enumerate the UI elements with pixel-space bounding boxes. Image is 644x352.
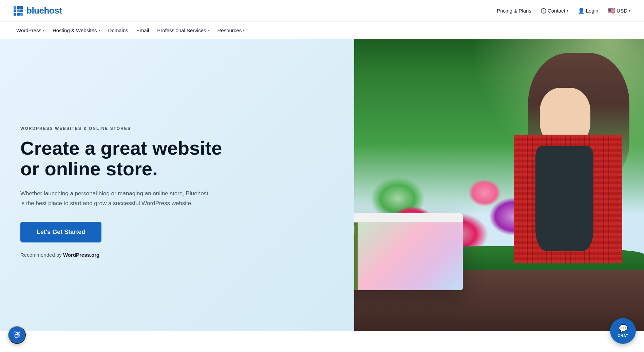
browser-main-content	[358, 222, 463, 290]
flora-nav-home: Home	[354, 241, 355, 244]
contact-link[interactable]: ○ Contact ▾	[541, 8, 568, 14]
contact-icon: ○	[541, 8, 546, 14]
top-nav: bluehost Pricing & Plans ○ Contact ▾ 👤 L…	[0, 0, 644, 22]
login-link[interactable]: 👤 Login	[578, 7, 599, 14]
nav-domains[interactable]: Domains	[106, 26, 131, 35]
flag-icon: 🇺🇸	[608, 7, 615, 15]
hero-eyebrow: WORDPRESS WEBSITES & ONLINE STORES	[20, 126, 341, 131]
nav-hosting-label: Hosting & Websites	[53, 27, 97, 33]
recommended-prefix: Recommended by	[20, 252, 63, 258]
pricing-plans-link[interactable]: Pricing & Plans	[497, 8, 531, 14]
nav-professional-services-label: Professional Services	[157, 27, 206, 33]
nav-resources[interactable]: Resources ▾	[214, 26, 247, 35]
flora-nav-contact: Contact	[354, 259, 355, 262]
browser-sidebar: Flora Home Products About Contact	[354, 222, 358, 290]
hero-section: WORDPRESS WEBSITES & ONLINE STORES Creat…	[0, 39, 644, 331]
professional-services-chevron-icon: ▾	[207, 28, 209, 32]
currency-label: USD	[617, 8, 627, 14]
apron	[535, 146, 593, 251]
hero-title: Create a great website or online store.	[20, 138, 238, 179]
flora-logo: Flora	[354, 227, 355, 234]
hosting-chevron-icon: ▾	[98, 28, 100, 32]
nav-resources-label: Resources	[217, 27, 242, 33]
nav-wordpress[interactable]: WordPress ▾	[14, 26, 47, 35]
resources-chevron-icon: ▾	[243, 28, 245, 32]
nav-domains-label: Domains	[108, 27, 128, 33]
wordpress-chevron-icon: ▾	[43, 28, 44, 32]
nav-professional-services[interactable]: Professional Services ▾	[154, 26, 212, 35]
person-area	[499, 53, 644, 286]
hero-left: WORDPRESS WEBSITES & ONLINE STORES Creat…	[0, 39, 354, 331]
browser-content: Flora Home Products About Contact	[354, 222, 463, 290]
cta-button[interactable]: Let's Get Started	[20, 222, 101, 242]
contact-label: Contact	[548, 8, 565, 14]
brand-name: bluehost	[26, 5, 62, 16]
chat-icon: 💬	[619, 324, 628, 331]
nav-hosting[interactable]: Hosting & Websites ▾	[50, 26, 103, 35]
contact-chevron-icon: ▾	[567, 9, 568, 13]
hero-right-inner: Flora Home Products About Contact	[354, 39, 644, 331]
currency-link[interactable]: 🇺🇸 USD ▾	[608, 7, 630, 15]
nav-email-label: Email	[136, 27, 149, 33]
pricing-plans-label: Pricing & Plans	[497, 8, 531, 14]
top-nav-right: Pricing & Plans ○ Contact ▾ 👤 Login 🇺🇸 U…	[497, 7, 630, 15]
accessibility-icon: ♿	[13, 331, 22, 331]
logo-area[interactable]: bluehost	[14, 5, 62, 16]
main-nav: WordPress ▾ Hosting & Websites ▾ Domains…	[0, 22, 644, 39]
recommended-text: Recommended by WordPress.org	[20, 252, 341, 258]
browser-bar	[354, 213, 463, 222]
nav-email[interactable]: Email	[134, 26, 152, 35]
nav-wordpress-label: WordPress	[16, 27, 41, 33]
person-icon: 👤	[578, 7, 585, 14]
login-label: Login	[586, 8, 599, 14]
flora-nav-products: Products	[354, 247, 355, 250]
hero-right: Flora Home Products About Contact	[354, 39, 644, 331]
hero-description: Whether launching a personal blog or man…	[20, 189, 210, 209]
browser-mockup: Flora Home Products About Contact	[354, 213, 463, 290]
wordpress-org-label: WordPress.org	[63, 252, 99, 258]
logo-grid-icon	[14, 6, 23, 16]
currency-chevron-icon: ▾	[629, 9, 630, 13]
flora-nav-about: About	[354, 253, 355, 256]
